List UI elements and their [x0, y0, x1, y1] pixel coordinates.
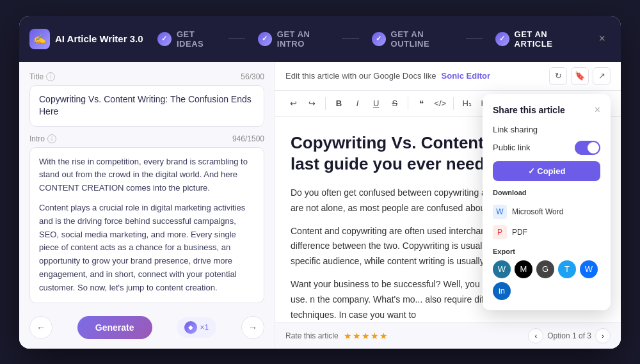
close-button[interactable]: × — [593, 29, 611, 48]
option-label: Option 1 of 3 — [547, 331, 591, 340]
intro-text[interactable]: With the rise in competition, every bran… — [39, 155, 255, 295]
export-ghost-button[interactable]: G — [536, 260, 554, 278]
intro-char-count: 946/1500 — [232, 134, 264, 143]
tab-connector-3 — [466, 38, 483, 39]
intro-para-1: With the rise in competition, every bran… — [39, 155, 255, 195]
editor-toolbar-top: Edit this article with our Google Docs l… — [275, 62, 621, 91]
tab-article-label: GET AN ARTICLE — [515, 29, 576, 49]
tab-intro-label: GET AN INTRO — [277, 29, 330, 49]
token-icon: ◆ — [184, 321, 197, 334]
copied-button[interactable]: ✓ Copied — [493, 161, 600, 181]
right-panel: Edit this article with our Google Docs l… — [275, 62, 621, 349]
tab-get-article[interactable]: ✓ GET AN ARTICLE — [483, 24, 589, 54]
title-char-count: 56/300 — [241, 72, 264, 81]
tab-connector-2 — [342, 38, 358, 39]
token-count: ×1 — [200, 323, 209, 332]
refresh-icon-button[interactable]: ↻ — [549, 67, 567, 85]
sonic-editor-link[interactable]: Sonic Editor — [442, 71, 491, 81]
brand: ✍ AI Article Writer 3.0 — [29, 29, 145, 49]
option-prev-button[interactable]: ‹ — [528, 328, 543, 344]
quote-button[interactable]: ❝ — [413, 95, 429, 113]
tab-check-outline: ✓ — [372, 32, 386, 46]
copied-label: ✓ Copied — [528, 166, 566, 176]
export-section-title: Export — [493, 248, 600, 255]
redo-button[interactable]: ↪ — [304, 95, 320, 113]
generate-button[interactable]: Generate — [77, 316, 152, 339]
pdf-icon: P — [493, 225, 507, 239]
intro-field-box: With the rise in competition, every bran… — [29, 147, 264, 303]
external-icon-button[interactable]: ↗ — [593, 67, 611, 85]
export-medium-button[interactable]: M — [515, 260, 532, 278]
pdf-label: PDF — [512, 228, 527, 237]
editor-toolbar-text: Edit this article with our Google Docs l… — [285, 71, 436, 81]
tab-bar: ✓ GET IDEAS ✓ GET AN INTRO ✓ GET AN OUTL… — [145, 24, 588, 54]
export-wordpress-button[interactable]: W — [493, 260, 511, 278]
export-wix-button[interactable]: W — [580, 260, 598, 278]
main-content: Title i 56/300 Copywriting Vs. Content W… — [19, 62, 621, 349]
bottom-controls: ← Generate ◆ ×1 → — [29, 311, 264, 339]
download-pdf-button[interactable]: P PDF — [493, 222, 600, 242]
bottom-bar: Rate this article ★★★★★ ‹ Option 1 of 3 … — [275, 322, 621, 349]
intro-para-2: Content plays a crucial role in digital … — [39, 202, 255, 295]
download-word-button[interactable]: W Microsoft Word — [493, 202, 600, 222]
share-header: Share this article × — [493, 104, 600, 116]
token-badge: ◆ ×1 — [177, 317, 216, 338]
title-field-label-row: Title i 56/300 — [29, 72, 264, 81]
app-window: ✍ AI Article Writer 3.0 ✓ GET IDEAS ✓ GE… — [19, 16, 621, 349]
tab-connector-1 — [228, 38, 245, 39]
brand-icon: ✍ — [29, 29, 50, 49]
star-rating[interactable]: ★★★★★ — [344, 331, 388, 341]
tab-get-intro[interactable]: ✓ GET AN INTRO — [245, 24, 342, 54]
undo-button[interactable]: ↩ — [285, 95, 301, 113]
export-icons: W M G T W in — [493, 260, 600, 300]
export-linkedin-button[interactable]: in — [493, 282, 511, 300]
tab-check-article: ✓ — [495, 32, 509, 46]
title-info-icon[interactable]: i — [46, 72, 55, 81]
intro-label-text: Intro — [29, 134, 45, 143]
bold-button[interactable]: B — [331, 95, 347, 113]
intro-field-label-row: Intro i 946/1500 — [29, 134, 264, 143]
word-label: Microsoft Word — [512, 207, 563, 216]
tab-outline-label: GET AN OUTLINE — [391, 29, 453, 49]
italic-button[interactable]: I — [349, 95, 365, 113]
intro-info-icon[interactable]: i — [47, 134, 56, 143]
link-sharing-label: Link sharing — [493, 125, 538, 134]
underline-button[interactable]: U — [368, 95, 384, 113]
rate-label: Rate this article — [285, 331, 339, 340]
bookmark-icon-button[interactable]: 🔖 — [571, 67, 589, 85]
prev-button[interactable]: ← — [29, 316, 52, 339]
format-separator-1 — [325, 97, 326, 110]
public-link-label: Public link — [493, 143, 531, 152]
share-panel: Share this article × Link sharing Public… — [483, 94, 611, 310]
share-title: Share this article — [493, 105, 565, 115]
option-nav: ‹ Option 1 of 3 › — [528, 328, 611, 344]
title-field-wrapper: Title i 56/300 Copywriting Vs. Content W… — [29, 72, 264, 127]
strikethrough-button[interactable]: S — [387, 95, 403, 113]
public-link-row: Public link — [493, 141, 600, 155]
public-link-toggle[interactable] — [575, 141, 600, 155]
word-icon: W — [493, 205, 507, 219]
format-separator-2 — [408, 97, 408, 110]
tab-get-outline[interactable]: ✓ GET AN OUTLINE — [359, 24, 466, 54]
title-label-text: Title — [29, 72, 44, 81]
tab-get-ideas[interactable]: ✓ GET IDEAS — [145, 24, 228, 54]
tab-ideas-label: GET IDEAS — [177, 29, 216, 49]
brand-title: AI Article Writer 3.0 — [55, 33, 143, 45]
link-sharing-row: Link sharing — [493, 125, 600, 134]
intro-field-wrapper: Intro i 946/1500 With the rise in compet… — [29, 134, 264, 303]
h1-button[interactable]: H₁ — [459, 95, 475, 113]
left-panel: Title i 56/300 Copywriting Vs. Content W… — [19, 62, 275, 349]
download-section-title: Download — [493, 189, 600, 196]
tab-check-ideas: ✓ — [157, 32, 172, 46]
code-button[interactable]: </> — [432, 95, 448, 113]
next-button[interactable]: → — [241, 316, 264, 339]
title-text[interactable]: Copywriting Vs. Content Writing: The Con… — [39, 93, 255, 118]
option-next-button[interactable]: › — [595, 328, 611, 344]
share-close-button[interactable]: × — [595, 104, 600, 116]
tab-check-intro: ✓ — [258, 32, 272, 46]
header: ✍ AI Article Writer 3.0 ✓ GET IDEAS ✓ GE… — [19, 16, 621, 62]
title-field-box: Copywriting Vs. Content Writing: The Con… — [29, 85, 264, 127]
export-twitter-button[interactable]: T — [558, 260, 576, 278]
format-separator-3 — [453, 97, 454, 110]
toolbar-icons: ↻ 🔖 ↗ — [549, 67, 611, 85]
